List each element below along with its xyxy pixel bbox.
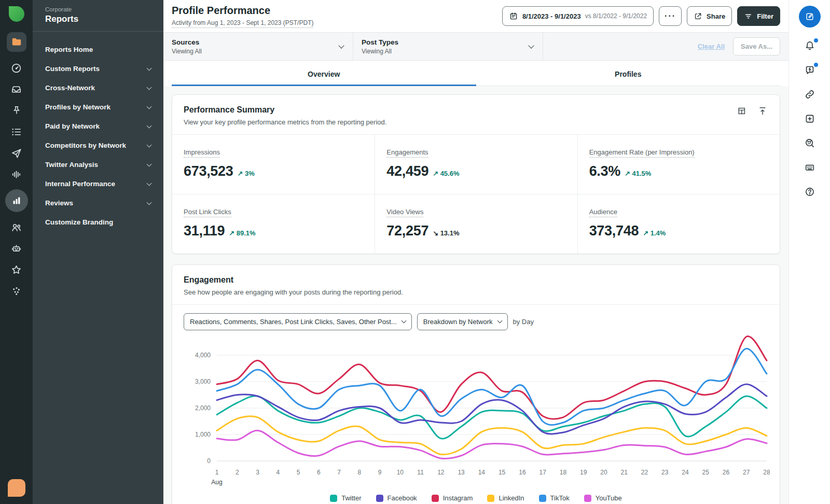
metric-label[interactable]: Engagements [386,148,428,158]
chevron-down-icon [147,85,152,90]
sidebar-header: Corporate Reports [33,0,163,32]
add-square-icon[interactable] [804,113,816,125]
share-label: Share [707,12,725,20]
metrics-grid: Impressions673,523↗ 3%Engagements42,459↗… [172,134,780,254]
legend-item-instagram[interactable]: Instagram [432,494,473,502]
export-icon[interactable] [757,105,768,117]
svg-text:7: 7 [337,469,341,476]
star-icon[interactable] [10,263,23,276]
post-types-filter-value: Viewing All [362,48,398,55]
report-period-subtitle[interactable]: Activity from Aug 1, 2023 - Sept 1, 2023… [172,19,313,28]
left-icon-rail [0,0,33,504]
date-range-button[interactable]: 8/1/2023 - 9/1/2023 vs 8/1/2022 - 9/1/20… [502,6,654,26]
svg-text:25: 25 [702,469,710,476]
metric-label[interactable]: Audience [589,208,617,217]
paper-plane-icon[interactable] [10,147,23,159]
sources-filter[interactable]: Sources Viewing All [163,33,353,60]
breakdown-select-value: Breakdown by Network [423,318,493,326]
svg-text:12: 12 [437,469,445,476]
svg-text:5: 5 [297,469,300,476]
more-options-button[interactable]: ··· [659,6,682,26]
filter-button[interactable]: Filter [737,6,780,26]
engagement-metrics-select[interactable]: Reactions, Comments, Shares, Post Link C… [184,313,412,330]
legend-item-tiktok[interactable]: TikTok [539,494,570,502]
sidebar-item-customize-branding[interactable]: Customize Branding [45,213,151,232]
notifications-bell-icon[interactable] [804,39,816,52]
post-types-filter[interactable]: Post Types Viewing All [353,33,543,60]
metric-engagement-rate-per-impression-: Engagement Rate (per Impression)6.3%↗ 41… [577,134,780,194]
save-as-button[interactable]: Save As... [733,37,780,55]
apps-dots-icon[interactable] [10,285,23,297]
sidebar-item-reviews[interactable]: Reviews [45,193,151,213]
people-icon[interactable] [10,221,23,233]
series-line-facebook[interactable] [217,384,767,434]
metric-label[interactable]: Video Views [386,208,423,217]
chevron-down-icon [528,43,534,48]
filter-label: Filter [757,12,773,20]
svg-text:6: 6 [317,469,321,476]
svg-text:2,000: 2,000 [195,404,211,412]
share-button[interactable]: Share [687,6,732,26]
legend-item-youtube[interactable]: YouTube [584,494,622,502]
series-line-instagram[interactable] [217,336,767,419]
post-types-filter-label: Post Types [362,38,398,46]
link-icon[interactable] [804,88,816,101]
compose-button[interactable] [799,6,821,27]
tab-profiles[interactable]: Profiles [476,61,781,86]
legend-item-linkedin[interactable]: LinkedIn [487,494,524,502]
tab-overview[interactable]: Overview [172,61,476,86]
svg-text:26: 26 [723,469,730,476]
pin-icon[interactable] [10,104,23,117]
sidebar-item-cross-network[interactable]: Cross-Network [45,78,151,97]
report-content: Performance Summary View your key profil… [163,86,789,504]
reports-bar-chart-icon-active[interactable] [5,189,28,212]
legend-label: TikTok [550,494,570,502]
notification-dot [814,63,818,67]
folder-icon [11,36,22,48]
svg-text:1: 1 [215,469,219,476]
metric-label[interactable]: Impressions [184,148,220,158]
clear-all-link[interactable]: Clear All [698,43,725,50]
sidebar-item-custom-reports[interactable]: Custom Reports [45,59,151,78]
breakdown-select[interactable]: Breakdown by Network [417,313,508,330]
metric-label[interactable]: Post Link Clicks [184,208,231,217]
sources-filter-label: Sources [172,38,202,46]
svg-text:21: 21 [621,469,628,476]
svg-text:17: 17 [539,469,546,476]
metric-delta-up-arrow: ↗ 89.1% [229,229,255,237]
sidebar-item-twitter-analysis[interactable]: Twitter Analysis [45,155,151,174]
sidebar-item-reports-active[interactable] [7,32,26,52]
sidebar-item-paid-by-network[interactable]: Paid by Network [45,117,151,136]
help-icon[interactable] [804,186,816,198]
metric-delta-up-arrow: ↗ 41.5% [625,170,651,177]
keyboard-icon[interactable] [804,161,816,174]
inbox-icon[interactable] [10,83,23,95]
svg-text:22: 22 [641,469,648,476]
sidebar-item-label: Twitter Analysis [45,161,98,169]
sprout-logo-icon[interactable] [9,6,24,22]
page-title: Profile Performance [172,5,313,17]
legend-item-twitter[interactable]: Twitter [330,494,361,502]
messages-lightning-icon[interactable] [804,64,816,76]
sidebar-item-internal-performance[interactable]: Internal Performance [45,174,151,193]
profile-avatar[interactable] [8,479,25,497]
feed-list-icon[interactable] [10,125,23,138]
table-view-icon[interactable] [736,105,748,117]
gauge-icon[interactable] [10,62,23,74]
engagement-line-chart[interactable]: 01,0002,0003,0004,0001234567891011121314… [184,333,770,490]
svg-text:3,000: 3,000 [195,378,211,385]
svg-text:11: 11 [417,469,424,476]
svg-text:4: 4 [276,469,280,476]
metric-label[interactable]: Engagement Rate (per Impression) [589,148,695,158]
chevron-down-icon [147,180,152,186]
listening-waveform-icon[interactable] [10,168,23,180]
sidebar-item-competitors-by-network[interactable]: Competitors by Network [45,136,151,155]
bot-icon[interactable] [10,242,23,255]
engagement-chart: 01,0002,0003,0004,0001234567891011121314… [172,332,780,492]
engagement-title: Engagement [184,275,403,285]
legend-label: Twitter [341,494,361,502]
sidebar-item-profiles-by-network[interactable]: Profiles by Network [45,97,151,117]
twitter-search-icon[interactable] [804,137,816,149]
legend-item-facebook[interactable]: Facebook [376,494,417,502]
sidebar-item-reports-home[interactable]: Reports Home [45,40,151,59]
